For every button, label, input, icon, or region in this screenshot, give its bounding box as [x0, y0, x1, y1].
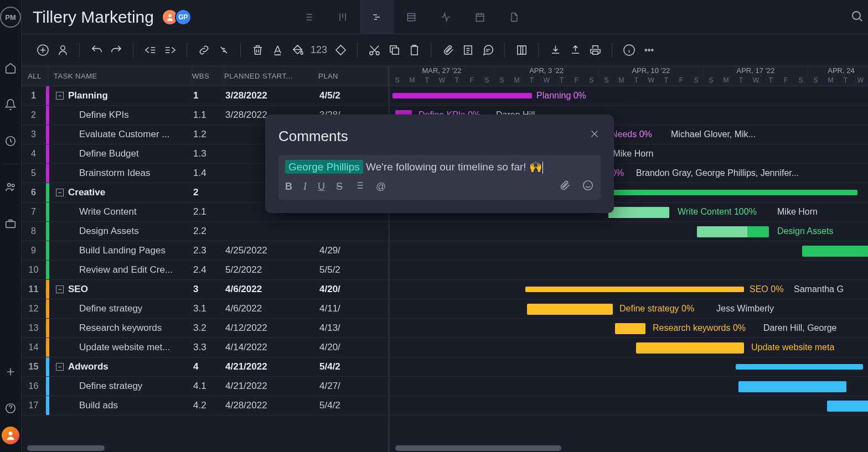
mention-icon[interactable]: @ — [376, 181, 386, 193]
view-calendar[interactable] — [463, 0, 497, 34]
comment-icon[interactable] — [479, 41, 497, 59]
collapse-icon[interactable]: − — [56, 92, 64, 100]
gantt-bar[interactable] — [608, 190, 857, 195]
gantt-row[interactable]: Planning 0% — [390, 86, 868, 106]
copy-icon[interactable] — [385, 41, 403, 59]
task-row[interactable]: 16Define strategy4.14/21/20224/27/ — [22, 377, 388, 396]
gantt-row[interactable] — [390, 241, 868, 261]
trash-icon[interactable] — [249, 41, 266, 59]
close-icon[interactable] — [588, 128, 601, 140]
view-doc[interactable] — [497, 0, 531, 34]
collapse-icon[interactable]: − — [56, 285, 64, 293]
gantt-row[interactable] — [390, 377, 868, 396]
task-row[interactable]: 14Update website met...3.34/14/20224/20/ — [22, 338, 388, 357]
columns-icon[interactable] — [513, 41, 530, 59]
underline-icon[interactable]: U — [318, 181, 325, 193]
indent-icon[interactable] — [161, 41, 179, 59]
paste-icon[interactable] — [405, 41, 423, 59]
view-list[interactable] — [291, 0, 326, 34]
numbers-label[interactable]: 123 — [311, 44, 327, 56]
info-icon[interactable] — [620, 41, 638, 59]
view-sheet[interactable] — [394, 0, 428, 34]
view-gantt[interactable] — [360, 0, 394, 34]
people-icon[interactable] — [4, 181, 17, 193]
user-avatar[interactable] — [2, 427, 19, 444]
cut-icon[interactable] — [365, 41, 383, 59]
gantt-bar[interactable] — [697, 226, 769, 237]
note-icon[interactable] — [459, 41, 477, 59]
bold-icon[interactable]: B — [285, 181, 292, 193]
view-board[interactable] — [326, 0, 360, 34]
col-all[interactable]: ALL — [22, 66, 48, 86]
home-icon[interactable] — [4, 62, 17, 74]
task-row[interactable]: 12Define strategy3.14/6/20224/11/ — [22, 299, 388, 319]
gantt-bar[interactable] — [608, 207, 669, 218]
more-icon[interactable] — [640, 41, 658, 59]
scrollbar[interactable] — [395, 445, 561, 451]
gantt-row[interactable]: SEO 0%Samantha G — [390, 280, 868, 299]
task-row[interactable]: 8Design Assets2.2 — [22, 222, 388, 241]
italic-icon[interactable]: I — [303, 181, 307, 193]
gantt-row[interactable]: Design Assets — [390, 222, 868, 241]
gantt-row[interactable] — [390, 396, 868, 415]
assign-icon[interactable] — [54, 41, 71, 59]
gantt-row[interactable] — [390, 357, 868, 377]
task-row[interactable]: 15−Adwords44/21/20225/4/2 — [22, 357, 388, 377]
comment-input[interactable]: George Phillips We're following our time… — [278, 155, 601, 200]
avatar[interactable]: GP — [175, 9, 192, 25]
gantt-bar[interactable] — [615, 323, 645, 334]
diamond-icon[interactable] — [332, 41, 349, 59]
outdent-icon[interactable] — [141, 41, 159, 59]
strike-icon[interactable]: S — [336, 181, 343, 193]
collapse-icon[interactable]: − — [56, 363, 64, 371]
gantt-bar[interactable] — [525, 287, 744, 292]
app-logo[interactable]: PM — [0, 7, 21, 28]
col-start[interactable]: PLANNED START... — [224, 66, 318, 86]
gantt-bar[interactable] — [802, 246, 868, 257]
collaborator-avatars[interactable]: GP — [165, 9, 192, 25]
gantt-bar[interactable] — [392, 93, 532, 98]
view-activity[interactable] — [428, 0, 463, 34]
undo-icon[interactable] — [87, 41, 105, 59]
task-row[interactable]: 1−Planning13/28/20224/5/2 — [22, 86, 388, 106]
briefcase-icon[interactable] — [4, 217, 17, 230]
attach-icon[interactable] — [559, 179, 571, 194]
unlink-icon[interactable] — [215, 41, 232, 59]
scrollbar[interactable] — [27, 445, 105, 451]
col-wbs[interactable]: WBS — [192, 66, 224, 86]
gantt-row[interactable]: Research keywords 0%Daren Hill, George — [390, 319, 868, 338]
gantt-bar[interactable] — [736, 364, 863, 370]
import-icon[interactable] — [546, 41, 564, 59]
gantt-row[interactable] — [390, 261, 868, 280]
search-icon[interactable] — [850, 9, 864, 25]
plus-icon[interactable] — [4, 366, 17, 378]
paint-icon[interactable] — [288, 41, 306, 59]
task-row[interactable]: 9Build Landing Pages2.34/25/20224/29/ — [22, 241, 388, 261]
col-taskname[interactable]: TASK NAME — [48, 66, 192, 86]
gantt-row[interactable]: Update website meta — [390, 338, 868, 357]
bell-icon[interactable] — [4, 98, 17, 111]
task-row[interactable]: 13Research keywords3.24/12/20224/13/ — [22, 319, 388, 338]
task-row[interactable]: 11−SEO34/6/20224/20/ — [22, 280, 388, 299]
link-icon[interactable] — [195, 41, 213, 59]
print-icon[interactable] — [586, 41, 604, 59]
task-row[interactable]: 17Build ads4.24/28/20225/4/2 — [22, 396, 388, 415]
gantt-bar[interactable] — [527, 304, 613, 315]
emoji-icon[interactable] — [582, 179, 594, 194]
attachment-icon[interactable] — [439, 41, 457, 59]
text-style-icon[interactable] — [268, 41, 286, 59]
gantt-bar[interactable] — [636, 342, 744, 354]
help-icon[interactable] — [4, 402, 17, 414]
gantt-row[interactable]: Define strategy 0%Jess Wimberly — [390, 299, 868, 319]
gantt-bar[interactable] — [738, 381, 846, 392]
mention-tag[interactable]: George Phillips — [285, 160, 363, 174]
clock-icon[interactable] — [4, 135, 17, 147]
export-icon[interactable] — [566, 41, 584, 59]
task-row[interactable]: 10Review and Edit Cre...2.45/2/20225/5/2 — [22, 261, 388, 280]
add-circle-icon[interactable] — [34, 41, 51, 59]
col-plan[interactable]: PLAN — [318, 66, 388, 86]
gantt-bar[interactable] — [827, 401, 868, 412]
collapse-icon[interactable]: − — [56, 189, 64, 196]
list-icon[interactable] — [354, 180, 365, 194]
redo-icon[interactable] — [107, 41, 125, 59]
